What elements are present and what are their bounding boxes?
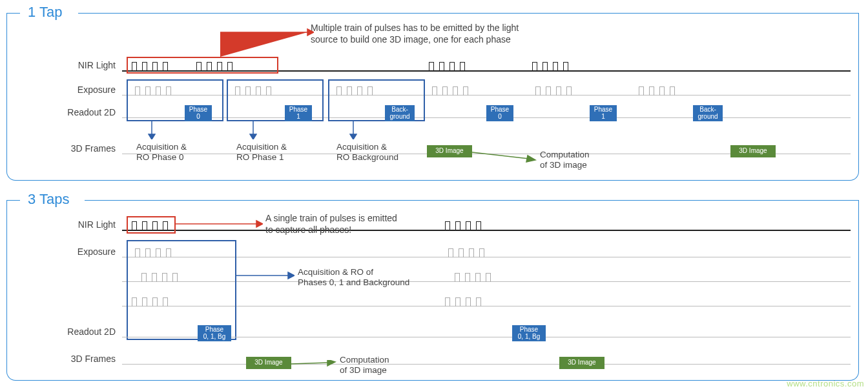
arrow-down-icon — [349, 121, 357, 139]
acq-label-1: Acquisition &RO Phase 1 — [236, 142, 287, 163]
acq-label-0: Acquisition &RO Phase 0 — [136, 142, 187, 163]
acq-label-bg: Acquisition &RO Background — [336, 142, 398, 163]
arrow-red-1tap — [220, 27, 314, 59]
svg-marker-14 — [327, 360, 335, 366]
svg-marker-0 — [307, 29, 314, 35]
phase-block: Back-ground — [693, 105, 723, 121]
svg-line-13 — [291, 363, 329, 364]
phase-block: Phase0 — [185, 105, 212, 121]
green-3d-block-3: 3D Image — [559, 357, 604, 369]
phase-block: Phase1 — [285, 105, 312, 121]
phase-block: Phase1 — [590, 105, 617, 121]
callout-1tap-l1: Multiple train of pulses has to be emitt… — [311, 23, 519, 33]
label-nir-1: NIR Light — [19, 60, 116, 70]
red-highlight-3taps — [127, 216, 176, 234]
phase-block: Back-ground — [385, 105, 415, 121]
arrow-down-icon — [148, 121, 156, 139]
label-nir-3: NIR Light — [19, 219, 116, 230]
label-frames-3: 3D Frames — [19, 354, 116, 364]
arrow-green-icon — [472, 150, 537, 163]
acq-label-3taps: Acquisition & RO ofPhases 0, 1 and Backg… — [298, 267, 409, 288]
callout-1tap: Multiple train of pulses has to be emitt… — [311, 23, 582, 45]
compute-label-3: Computationof 3D image — [340, 355, 389, 376]
svg-line-7 — [472, 152, 529, 159]
callout-3taps-l2: to capture all phases! — [265, 225, 351, 235]
watermark: www.cntronics.com — [787, 379, 864, 388]
phase-block-3: Phase0, 1, Bg — [198, 325, 231, 341]
svg-marker-12 — [288, 272, 294, 279]
compute-label-1: Computationof 3D image — [540, 150, 590, 170]
panel-1tap: 1 Tap Multiple train of pulses has to be… — [6, 13, 859, 181]
phase-block-3: Phase0, 1, Bg — [512, 325, 546, 341]
arrow-red-3taps — [176, 219, 263, 228]
svg-marker-8 — [526, 155, 535, 162]
green-3d-block-3: 3D Image — [246, 357, 291, 369]
green-3d-block: 3D Image — [730, 145, 776, 157]
callout-3taps: A single train of pulses is emitted to c… — [265, 213, 446, 236]
svg-marker-10 — [256, 221, 263, 227]
arrow-green-3taps — [291, 360, 336, 372]
green-3d-block: 3D Image — [427, 145, 472, 157]
title-1tap: 1 Tap — [25, 4, 65, 21]
phase-block: Phase0 — [486, 105, 513, 121]
label-frames-1: 3D Frames — [19, 143, 116, 154]
label-ro-1: Readout 2D — [19, 107, 116, 117]
svg-marker-6 — [350, 134, 356, 139]
callout-1tap-l2: source to build one 3D image, one for ea… — [311, 34, 511, 45]
panel-3taps: 3 Taps NIR Light A single train of pulse… — [6, 200, 859, 381]
label-exp-1: Exposure — [19, 85, 116, 95]
label-ro-3: Readout 2D — [19, 326, 116, 337]
svg-marker-4 — [250, 134, 256, 139]
arrow-down-icon — [249, 121, 257, 139]
label-exp-3: Exposure — [19, 246, 116, 257]
arrow-blue-3taps — [236, 271, 294, 280]
svg-marker-2 — [149, 134, 155, 139]
callout-3taps-l1: A single train of pulses is emitted — [265, 213, 397, 223]
title-3taps: 3 Taps — [25, 191, 72, 208]
